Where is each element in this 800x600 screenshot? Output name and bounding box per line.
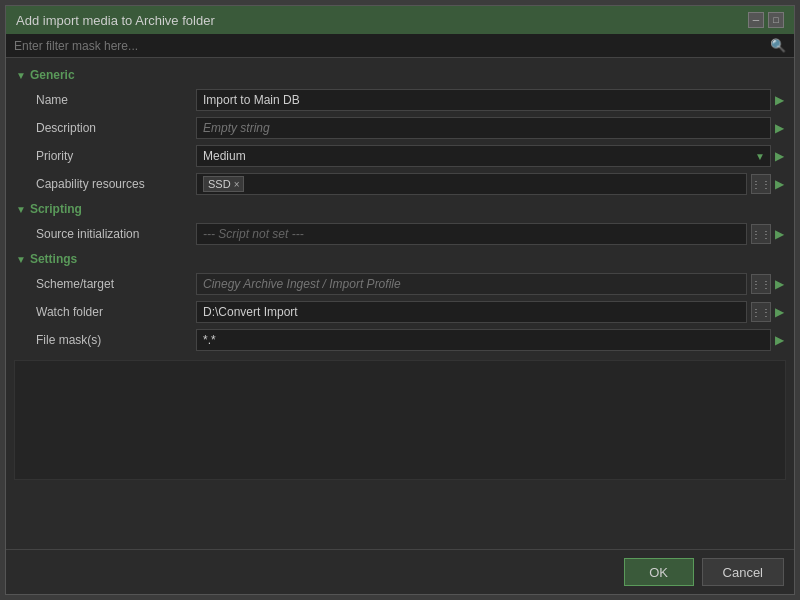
watch-folder-input[interactable]	[196, 301, 747, 323]
scheme-value-container: ⋮⋮ ▶	[196, 273, 784, 295]
title-bar-controls: ─ □	[748, 12, 784, 28]
watch-folder-label: Watch folder	[36, 305, 196, 319]
generic-section-header[interactable]: ▼ Generic	[6, 64, 794, 86]
settings-section-label: Settings	[30, 252, 77, 266]
main-dialog: Add import media to Archive folder ─ □ 🔍…	[5, 5, 795, 595]
dialog-title: Add import media to Archive folder	[16, 13, 215, 28]
name-action-icon[interactable]: ▶	[775, 93, 784, 107]
name-value-container: ▶	[196, 89, 784, 111]
source-init-value: --- Script not set ---	[196, 223, 747, 245]
scripting-expand-icon: ▼	[16, 204, 26, 215]
capability-action-icon[interactable]: ▶	[775, 177, 784, 191]
description-action-icon[interactable]: ▶	[775, 121, 784, 135]
priority-field-row: Priority Medium Low High ▼ ▶	[6, 142, 794, 170]
filemask-label: File mask(s)	[36, 333, 196, 347]
description-label: Description	[36, 121, 196, 135]
generic-section-label: Generic	[30, 68, 75, 82]
name-input[interactable]	[196, 89, 771, 111]
source-init-field-row: Source initialization --- Script not set…	[6, 220, 794, 248]
watch-folder-grid-button[interactable]: ⋮⋮	[751, 302, 771, 322]
source-init-label: Source initialization	[36, 227, 196, 241]
maximize-button[interactable]: □	[768, 12, 784, 28]
description-value-container: ▶	[196, 117, 784, 139]
capability-label: Capability resources	[36, 177, 196, 191]
ssd-tag-close[interactable]: ×	[234, 179, 240, 190]
watch-folder-field-row: Watch folder ⋮⋮ ▶	[6, 298, 794, 326]
title-bar: Add import media to Archive folder ─ □	[6, 6, 794, 34]
scheme-label: Scheme/target	[36, 277, 196, 291]
settings-section-header[interactable]: ▼ Settings	[6, 248, 794, 270]
capability-value-container: SSD × ⋮⋮ ▶	[196, 173, 784, 195]
watch-folder-action-icon[interactable]: ▶	[775, 305, 784, 319]
filemask-value-container: ▶	[196, 329, 784, 351]
filemask-field-row: File mask(s) ▶	[6, 326, 794, 354]
minimize-button[interactable]: ─	[748, 12, 764, 28]
priority-action-icon[interactable]: ▶	[775, 149, 784, 163]
description-input[interactable]	[196, 117, 771, 139]
source-init-action-icon[interactable]: ▶	[775, 227, 784, 241]
ssd-tag: SSD ×	[203, 176, 244, 192]
name-label: Name	[36, 93, 196, 107]
priority-select[interactable]: Medium Low High	[196, 145, 771, 167]
generic-expand-icon: ▼	[16, 70, 26, 81]
button-bar: OK Cancel	[6, 549, 794, 594]
cancel-button[interactable]: Cancel	[702, 558, 784, 586]
ok-button[interactable]: OK	[624, 558, 694, 586]
ssd-tag-label: SSD	[208, 178, 231, 190]
search-input[interactable]	[14, 39, 770, 53]
scheme-grid-button[interactable]: ⋮⋮	[751, 274, 771, 294]
scheme-input[interactable]	[196, 273, 747, 295]
priority-select-wrapper: Medium Low High ▼	[196, 145, 771, 167]
capability-field-row: Capability resources SSD × ⋮⋮ ▶	[6, 170, 794, 198]
filemask-action-icon[interactable]: ▶	[775, 333, 784, 347]
content-area: ▼ Generic Name ▶ Description ▶ Priority	[6, 58, 794, 549]
search-icon: 🔍	[770, 38, 786, 53]
scripting-section-header[interactable]: ▼ Scripting	[6, 198, 794, 220]
scripting-section-label: Scripting	[30, 202, 82, 216]
settings-expand-icon: ▼	[16, 254, 26, 265]
capability-tag-container[interactable]: SSD ×	[196, 173, 747, 195]
watch-folder-value-container: ⋮⋮ ▶	[196, 301, 784, 323]
source-init-grid-button[interactable]: ⋮⋮	[751, 224, 771, 244]
name-field-row: Name ▶	[6, 86, 794, 114]
filemask-input[interactable]	[196, 329, 771, 351]
search-bar: 🔍	[6, 34, 794, 58]
priority-value-container: Medium Low High ▼ ▶	[196, 145, 784, 167]
capability-grid-button[interactable]: ⋮⋮	[751, 174, 771, 194]
description-field-row: Description ▶	[6, 114, 794, 142]
priority-label: Priority	[36, 149, 196, 163]
source-init-value-container: --- Script not set --- ⋮⋮ ▶	[196, 223, 784, 245]
scheme-field-row: Scheme/target ⋮⋮ ▶	[6, 270, 794, 298]
scheme-action-icon[interactable]: ▶	[775, 277, 784, 291]
bottom-empty-area	[14, 360, 786, 480]
